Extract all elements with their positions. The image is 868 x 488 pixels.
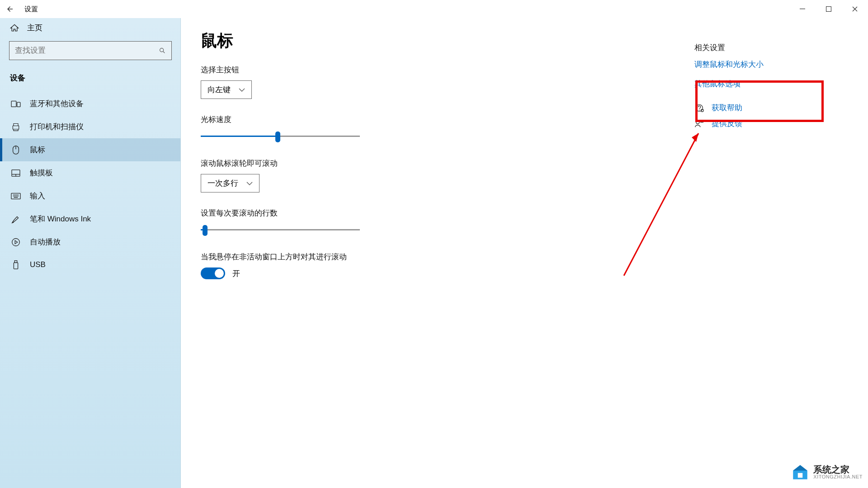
back-button[interactable] [3, 2, 17, 16]
svg-rect-1 [826, 7, 831, 12]
hover-scroll-toggle[interactable] [201, 267, 225, 279]
slider-thumb[interactable] [203, 225, 208, 236]
nav-label: 触摸板 [30, 168, 53, 178]
nav-item-mouse[interactable]: 鼠标 [0, 138, 181, 161]
nav-item-pen[interactable]: 笔和 Windows Ink [0, 207, 181, 230]
related-settings-panel: 相关设置 调整鼠标和光标大小 其他鼠标选项 获取帮助 提供反馈 [694, 30, 848, 476]
nav-item-usb[interactable]: USB [0, 253, 181, 276]
nav-item-touchpad[interactable]: 触摸板 [0, 161, 181, 184]
home-icon [10, 23, 19, 33]
watermark-logo-icon [791, 463, 810, 482]
scroll-mode-group: 滚动鼠标滚轮即可滚动 一次多行 [201, 158, 571, 192]
search-input[interactable] [15, 46, 159, 55]
chevron-down-icon [246, 181, 253, 186]
svg-rect-0 [800, 9, 805, 9]
scroll-mode-value: 一次多行 [208, 178, 238, 188]
svg-rect-21 [700, 120, 703, 122]
scroll-lines-group: 设置每次要滚动的行数 [201, 208, 571, 236]
svg-point-18 [699, 109, 700, 110]
svg-point-2 [160, 48, 164, 52]
search-icon [159, 47, 166, 54]
watermark: 系统之家 XITONGZHIJIA.NET [791, 463, 863, 482]
scroll-lines-slider[interactable] [201, 224, 360, 236]
hover-scroll-label: 当我悬停在非活动窗口上方时对其进行滚动 [201, 252, 571, 262]
bluetooth-devices-icon [11, 99, 21, 109]
settings-content: 鼠标 选择主按钮 向左键 光标速度 滚动鼠标滚轮即可滚动 [201, 30, 571, 476]
slider-thumb[interactable] [275, 131, 280, 142]
slider-track [201, 229, 360, 230]
chevron-down-icon [239, 88, 245, 92]
titlebar: 设置 [0, 0, 868, 18]
nav-label: 笔和 Windows Ink [30, 214, 91, 224]
minimize-icon [800, 6, 805, 12]
primary-button-value: 向左键 [208, 84, 231, 95]
nav-label: 鼠标 [30, 145, 45, 155]
autoplay-icon [11, 237, 21, 247]
link-other-mouse-options[interactable]: 其他鼠标选项 [694, 79, 848, 89]
maximize-icon [826, 6, 831, 12]
nav-item-bluetooth[interactable]: 蓝牙和其他设备 [0, 92, 181, 115]
nav-label: 蓝牙和其他设备 [30, 99, 84, 109]
svg-point-14 [12, 238, 20, 246]
nav-label: 自动播放 [30, 237, 61, 247]
minimize-button[interactable] [789, 0, 816, 18]
svg-rect-15 [14, 263, 18, 269]
back-arrow-icon [6, 5, 14, 13]
watermark-line2: XITONGZHIJIA.NET [813, 474, 863, 479]
svg-point-20 [696, 120, 699, 123]
cursor-speed-label: 光标速度 [201, 114, 571, 125]
home-label: 主页 [27, 23, 42, 33]
svg-rect-16 [14, 261, 17, 263]
printer-icon [11, 122, 21, 132]
svg-rect-24 [798, 473, 803, 478]
link-adjust-cursor-size[interactable]: 调整鼠标和光标大小 [694, 59, 848, 70]
page-title: 鼠标 [201, 30, 571, 52]
maximize-button[interactable] [816, 0, 842, 18]
home-navigation[interactable]: 主页 [9, 18, 172, 41]
nav-label: USB [30, 260, 46, 269]
hover-scroll-toggle-row: 开 [201, 267, 571, 279]
get-help-label: 获取帮助 [712, 103, 742, 113]
close-button[interactable] [842, 0, 868, 18]
mouse-icon [11, 145, 21, 155]
get-help-link[interactable]: 获取帮助 [694, 103, 848, 113]
scroll-lines-label: 设置每次要滚动的行数 [201, 208, 571, 218]
section-title: 设备 [10, 73, 172, 83]
hover-scroll-state: 开 [232, 268, 240, 279]
nav-list: 蓝牙和其他设备 打印机和扫描仪 鼠标 触摸板 输入 笔和 Windows Ink [0, 92, 181, 276]
help-icon [694, 103, 704, 113]
watermark-line1: 系统之家 [813, 465, 863, 474]
touchpad-icon [11, 168, 21, 178]
scroll-mode-label: 滚动鼠标滚轮即可滚动 [201, 158, 571, 169]
nav-label: 输入 [30, 191, 45, 201]
give-feedback-link[interactable]: 提供反馈 [694, 118, 848, 129]
window-title: 设置 [24, 5, 38, 14]
hover-scroll-group: 当我悬停在非活动窗口上方时对其进行滚动 开 [201, 252, 571, 279]
nav-item-autoplay[interactable]: 自动播放 [0, 230, 181, 253]
keyboard-icon [11, 191, 21, 201]
sidebar: 主页 设备 蓝牙和其他设备 打印机和扫描仪 鼠标 触 [0, 18, 181, 488]
close-icon [852, 6, 858, 12]
related-settings-title: 相关设置 [694, 42, 848, 53]
window-controls [789, 0, 868, 18]
cursor-speed-slider[interactable] [201, 130, 360, 143]
nav-item-typing[interactable]: 输入 [0, 184, 181, 207]
primary-button-dropdown[interactable]: 向左键 [201, 80, 252, 99]
pen-icon [11, 214, 21, 224]
nav-item-printers[interactable]: 打印机和扫描仪 [0, 115, 181, 138]
svg-rect-3 [11, 101, 16, 107]
main-area: 鼠标 选择主按钮 向左键 光标速度 滚动鼠标滚轮即可滚动 [181, 18, 868, 488]
scroll-mode-dropdown[interactable]: 一次多行 [201, 174, 259, 192]
svg-rect-4 [17, 102, 20, 107]
search-box[interactable] [9, 41, 172, 60]
give-feedback-label: 提供反馈 [712, 118, 742, 129]
primary-button-label: 选择主按钮 [201, 65, 571, 75]
primary-button-group: 选择主按钮 向左键 [201, 65, 571, 99]
nav-label: 打印机和扫描仪 [30, 122, 84, 132]
usb-icon [11, 260, 21, 270]
cursor-speed-group: 光标速度 [201, 114, 571, 143]
slider-track-fill [201, 136, 277, 137]
feedback-icon [694, 119, 704, 129]
